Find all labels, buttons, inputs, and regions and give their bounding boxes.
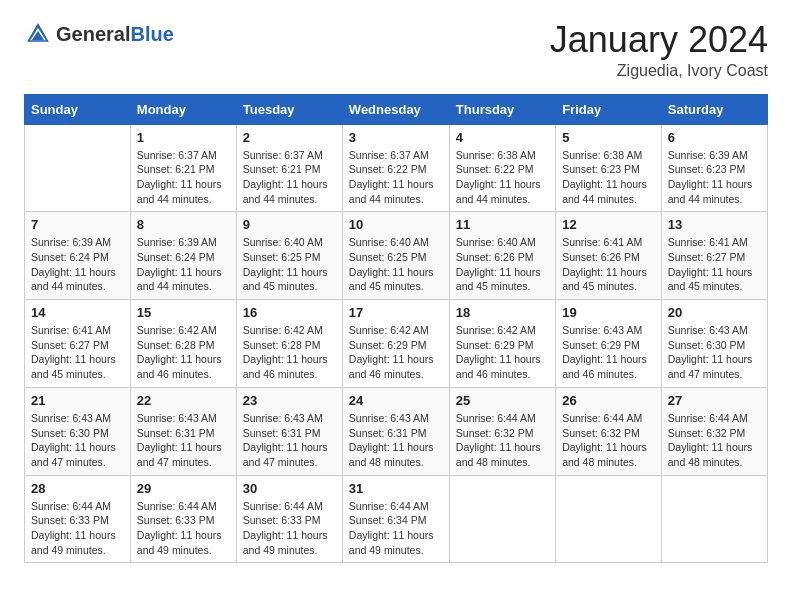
calendar-cell: 17Sunrise: 6:42 AMSunset: 6:29 PMDayligh… [342,300,449,388]
day-info: Sunrise: 6:43 AMSunset: 6:31 PMDaylight:… [349,411,443,470]
calendar-cell: 27Sunrise: 6:44 AMSunset: 6:32 PMDayligh… [661,387,767,475]
calendar-cell: 7Sunrise: 6:39 AMSunset: 6:24 PMDaylight… [25,212,131,300]
day-header-thursday: Thursday [449,94,555,124]
day-number: 30 [243,481,336,496]
calendar-cell: 20Sunrise: 6:43 AMSunset: 6:30 PMDayligh… [661,300,767,388]
calendar-cell: 21Sunrise: 6:43 AMSunset: 6:30 PMDayligh… [25,387,131,475]
day-info: Sunrise: 6:42 AMSunset: 6:29 PMDaylight:… [349,323,443,382]
day-number: 23 [243,393,336,408]
day-info: Sunrise: 6:44 AMSunset: 6:33 PMDaylight:… [31,499,124,558]
day-number: 20 [668,305,761,320]
day-info: Sunrise: 6:44 AMSunset: 6:33 PMDaylight:… [243,499,336,558]
calendar-title: January 2024 [550,20,768,60]
day-number: 6 [668,130,761,145]
day-number: 17 [349,305,443,320]
calendar-cell: 5Sunrise: 6:38 AMSunset: 6:23 PMDaylight… [556,124,662,212]
day-header-friday: Friday [556,94,662,124]
calendar-cell: 13Sunrise: 6:41 AMSunset: 6:27 PMDayligh… [661,212,767,300]
day-info: Sunrise: 6:42 AMSunset: 6:28 PMDaylight:… [137,323,230,382]
calendar-cell: 3Sunrise: 6:37 AMSunset: 6:22 PMDaylight… [342,124,449,212]
day-info: Sunrise: 6:44 AMSunset: 6:32 PMDaylight:… [668,411,761,470]
day-number: 11 [456,217,549,232]
day-info: Sunrise: 6:40 AMSunset: 6:26 PMDaylight:… [456,235,549,294]
day-info: Sunrise: 6:38 AMSunset: 6:23 PMDaylight:… [562,148,655,207]
day-number: 8 [137,217,230,232]
day-info: Sunrise: 6:39 AMSunset: 6:24 PMDaylight:… [31,235,124,294]
day-header-monday: Monday [130,94,236,124]
calendar-body: 1Sunrise: 6:37 AMSunset: 6:21 PMDaylight… [25,124,768,563]
calendar-cell: 30Sunrise: 6:44 AMSunset: 6:33 PMDayligh… [236,475,342,563]
day-info: Sunrise: 6:41 AMSunset: 6:27 PMDaylight:… [31,323,124,382]
calendar-cell: 15Sunrise: 6:42 AMSunset: 6:28 PMDayligh… [130,300,236,388]
week-row-5: 28Sunrise: 6:44 AMSunset: 6:33 PMDayligh… [25,475,768,563]
calendar-cell: 10Sunrise: 6:40 AMSunset: 6:25 PMDayligh… [342,212,449,300]
day-info: Sunrise: 6:39 AMSunset: 6:24 PMDaylight:… [137,235,230,294]
calendar-cell: 26Sunrise: 6:44 AMSunset: 6:32 PMDayligh… [556,387,662,475]
day-number: 31 [349,481,443,496]
calendar-cell [25,124,131,212]
day-number: 7 [31,217,124,232]
day-number: 22 [137,393,230,408]
day-number: 9 [243,217,336,232]
calendar-cell: 25Sunrise: 6:44 AMSunset: 6:32 PMDayligh… [449,387,555,475]
calendar-cell: 29Sunrise: 6:44 AMSunset: 6:33 PMDayligh… [130,475,236,563]
day-number: 12 [562,217,655,232]
day-number: 15 [137,305,230,320]
week-row-4: 21Sunrise: 6:43 AMSunset: 6:30 PMDayligh… [25,387,768,475]
day-number: 28 [31,481,124,496]
day-number: 19 [562,305,655,320]
day-info: Sunrise: 6:40 AMSunset: 6:25 PMDaylight:… [349,235,443,294]
day-info: Sunrise: 6:44 AMSunset: 6:32 PMDaylight:… [562,411,655,470]
calendar-cell: 22Sunrise: 6:43 AMSunset: 6:31 PMDayligh… [130,387,236,475]
calendar-cell: 24Sunrise: 6:43 AMSunset: 6:31 PMDayligh… [342,387,449,475]
day-number: 29 [137,481,230,496]
calendar-cell: 28Sunrise: 6:44 AMSunset: 6:33 PMDayligh… [25,475,131,563]
day-info: Sunrise: 6:41 AMSunset: 6:26 PMDaylight:… [562,235,655,294]
day-number: 14 [31,305,124,320]
day-info: Sunrise: 6:42 AMSunset: 6:29 PMDaylight:… [456,323,549,382]
day-number: 21 [31,393,124,408]
day-number: 10 [349,217,443,232]
calendar-cell: 8Sunrise: 6:39 AMSunset: 6:24 PMDaylight… [130,212,236,300]
calendar-cell: 12Sunrise: 6:41 AMSunset: 6:26 PMDayligh… [556,212,662,300]
calendar-cell: 16Sunrise: 6:42 AMSunset: 6:28 PMDayligh… [236,300,342,388]
calendar-cell: 6Sunrise: 6:39 AMSunset: 6:23 PMDaylight… [661,124,767,212]
day-header-sunday: Sunday [25,94,131,124]
calendar-cell: 11Sunrise: 6:40 AMSunset: 6:26 PMDayligh… [449,212,555,300]
calendar-location: Ziguedia, Ivory Coast [550,62,768,80]
calendar-cell: 2Sunrise: 6:37 AMSunset: 6:21 PMDaylight… [236,124,342,212]
logo-text-general: General [56,23,130,45]
logo-text-blue: Blue [130,23,173,45]
day-info: Sunrise: 6:37 AMSunset: 6:21 PMDaylight:… [137,148,230,207]
day-number: 18 [456,305,549,320]
calendar-cell [661,475,767,563]
day-number: 26 [562,393,655,408]
week-row-2: 7Sunrise: 6:39 AMSunset: 6:24 PMDaylight… [25,212,768,300]
calendar-table: SundayMondayTuesdayWednesdayThursdayFrid… [24,94,768,564]
day-header-tuesday: Tuesday [236,94,342,124]
title-block: January 2024 Ziguedia, Ivory Coast [550,20,768,80]
calendar-cell: 1Sunrise: 6:37 AMSunset: 6:21 PMDaylight… [130,124,236,212]
calendar-cell [556,475,662,563]
logo-icon [24,20,52,48]
day-info: Sunrise: 6:42 AMSunset: 6:28 PMDaylight:… [243,323,336,382]
day-info: Sunrise: 6:41 AMSunset: 6:27 PMDaylight:… [668,235,761,294]
day-number: 5 [562,130,655,145]
day-info: Sunrise: 6:43 AMSunset: 6:31 PMDaylight:… [243,411,336,470]
calendar-cell: 19Sunrise: 6:43 AMSunset: 6:29 PMDayligh… [556,300,662,388]
calendar-cell: 31Sunrise: 6:44 AMSunset: 6:34 PMDayligh… [342,475,449,563]
day-number: 16 [243,305,336,320]
day-number: 3 [349,130,443,145]
calendar-cell: 4Sunrise: 6:38 AMSunset: 6:22 PMDaylight… [449,124,555,212]
calendar-cell: 18Sunrise: 6:42 AMSunset: 6:29 PMDayligh… [449,300,555,388]
day-number: 13 [668,217,761,232]
week-row-3: 14Sunrise: 6:41 AMSunset: 6:27 PMDayligh… [25,300,768,388]
day-header-saturday: Saturday [661,94,767,124]
calendar-cell: 14Sunrise: 6:41 AMSunset: 6:27 PMDayligh… [25,300,131,388]
page-header: GeneralBlue January 2024 Ziguedia, Ivory… [24,20,768,80]
calendar-cell: 9Sunrise: 6:40 AMSunset: 6:25 PMDaylight… [236,212,342,300]
day-info: Sunrise: 6:40 AMSunset: 6:25 PMDaylight:… [243,235,336,294]
day-number: 1 [137,130,230,145]
day-info: Sunrise: 6:38 AMSunset: 6:22 PMDaylight:… [456,148,549,207]
day-number: 27 [668,393,761,408]
